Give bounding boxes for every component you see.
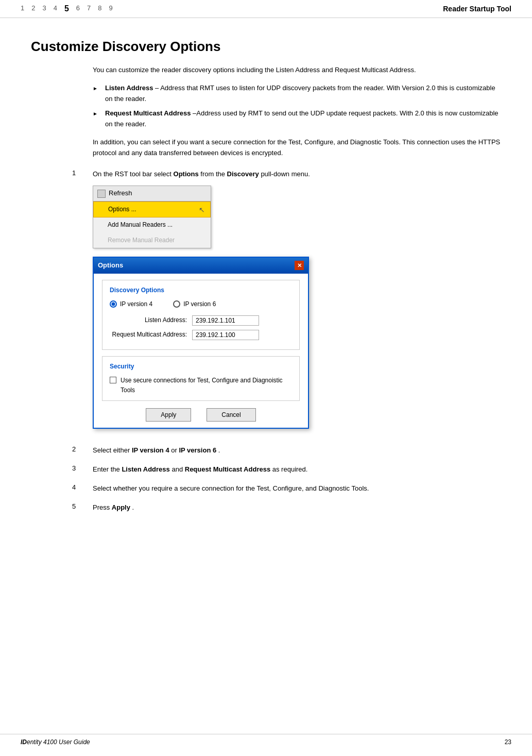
bullet-text-1: Listen Address – Address that RMT uses t… [105,83,501,105]
bullet-arrow-1: ► [93,85,100,105]
request-multicast-input[interactable] [192,330,259,340]
step-3: 3 Enter the Listen Address and Request M… [72,464,501,475]
security-section-label: Security [110,362,292,372]
page-6[interactable]: 6 [76,4,80,13]
secure-connection-checkbox-row: Use secure connections for Test, Configu… [110,376,292,395]
step-3-bold1: Listen Address [122,465,169,473]
cursor-icon: ↖ [199,204,205,215]
ip-v6-radio[interactable]: IP version 6 [173,299,216,309]
step-3-bold2: Request Multicast Address [185,465,270,473]
intro-text: You can customize the reader discovery o… [93,65,501,76]
page-2[interactable]: 2 [31,4,35,13]
step-1-bold2: Discovery [227,170,259,178]
add-manual-label: Add Manual Readers ... [108,221,173,228]
request-multicast-row: Request Multicast Address: [110,330,292,340]
options-dialog: Options ✕ Discovery Options IP version 4 [93,257,309,429]
discovery-options-section: Discovery Options IP version 4 IP versio… [102,280,300,350]
step-2-text: Select either [93,446,132,454]
page-8[interactable]: 8 [98,4,101,13]
page-4[interactable]: 4 [54,4,57,13]
step-content-5: Press Apply . [93,502,501,513]
step-3-mid: and [171,465,184,473]
request-multicast-label: Request Multicast Address: [110,330,192,340]
dialog-title: Options [98,260,123,271]
step-num-1: 1 [72,169,93,438]
bullet-text-2: Request Multicast Address –Address used … [105,108,501,130]
page-number: 23 [505,738,511,746]
identity-italic: IDentity 4100 User Guide [21,738,90,746]
page-3[interactable]: 3 [42,4,46,13]
step-2-mid: or [171,446,179,454]
security-section: Security Use secure connections for Test… [102,356,300,401]
page-7[interactable]: 7 [87,4,91,13]
step-4: 4 Select whether you require a secure co… [72,483,501,494]
bullet-label-1: Listen Address [105,84,153,92]
step-content-3: Enter the Listen Address and Request Mul… [93,464,501,475]
chapter-title: Reader Startup Tool [443,5,511,13]
options-label: Options ... [108,206,136,213]
step-1-mid: from the [200,170,227,178]
page-1[interactable]: 1 [21,4,24,13]
step-2: 2 Select either IP version 4 or IP versi… [72,445,501,456]
step-5-end: . [132,503,134,511]
step-2-end: . [218,446,220,454]
listen-address-label: Listen Address: [110,315,192,325]
step-content-1: On the RST tool bar select Options from … [93,169,501,438]
step-5-text: Press [93,503,112,511]
ip-version-radios: IP version 4 IP version 6 [110,299,292,309]
radio-v6-label: IP version 6 [183,299,216,309]
dialog-buttons: Apply Cancel [102,408,300,422]
dropdown-screenshot: Refresh Options ... ↖ Add Manual Readers… [93,186,501,429]
dropdown-header-row: Refresh [93,186,211,201]
bullet-desc-1: – Address that RMT uses to listen for UD… [105,84,495,103]
refresh-label: Refresh [109,188,132,199]
step-1-bold1: Options [174,170,199,178]
step-num-3: 3 [72,464,93,475]
bullet-arrow-2: ► [93,110,100,130]
listen-address-row: Listen Address: [110,315,292,326]
secure-connection-checkbox[interactable] [110,377,116,383]
page-heading: Customize Discovery Options [31,39,501,55]
main-content: Customize Discovery Options You can cust… [0,18,532,542]
dialog-close-button[interactable]: ✕ [295,261,304,270]
ip-v4-radio[interactable]: IP version 4 [110,299,152,309]
refresh-icon [97,190,106,198]
add-manual-readers-item[interactable]: Add Manual Readers ... [93,217,211,232]
cancel-button[interactable]: Cancel [207,408,255,422]
step-2-bold1: IP version 4 [132,446,169,454]
step-content-4: Select whether you require a secure conn… [93,483,501,494]
remove-manual-label: Remove Manual Reader [108,237,175,244]
step-3-end: as required. [272,465,308,473]
step-3-text: Enter the [93,465,122,473]
footer-product-name: IDentity 4100 User Guide [21,738,90,746]
step-num-2: 2 [72,445,93,456]
step-1-end: pull-down menu. [261,170,310,178]
bullet-item-2: ► Request Multicast Address –Address use… [93,108,501,130]
step-num-5: 5 [72,502,93,513]
apply-button[interactable]: Apply [146,408,191,422]
page-5[interactable]: 5 [64,4,69,13]
step-num-4: 4 [72,483,93,494]
options-menu-item[interactable]: Options ... ↖ [93,201,211,217]
step-1: 1 On the RST tool bar select Options fro… [72,169,501,438]
discovery-section-label: Discovery Options [110,285,292,295]
dropdown-menu: Refresh Options ... ↖ Add Manual Readers… [93,186,211,248]
dialog-body: Discovery Options IP version 4 IP versio… [94,274,308,428]
page-footer: IDentity 4100 User Guide 23 [0,734,532,746]
remove-manual-reader-item: Remove Manual Reader [93,233,211,248]
step-2-bold2: IP version 6 [179,446,216,454]
bullet-list: ► Listen Address – Address that RMT uses… [93,83,501,130]
page-9[interactable]: 9 [109,4,113,13]
radio-v4-label: IP version 4 [120,299,152,309]
dialog-titlebar: Options ✕ [94,258,308,274]
step-5: 5 Press Apply . [72,502,501,513]
radio-v6-circle [173,300,180,308]
secure-connection-label: Use secure connections for Test, Configu… [121,376,292,395]
step-content-2: Select either IP version 4 or IP version… [93,445,501,456]
bullet-label-2: Request Multicast Address [105,109,191,117]
bullet-item-1: ► Listen Address – Address that RMT uses… [93,83,501,105]
listen-address-input[interactable] [192,315,259,326]
top-nav: 1 2 3 4 5 6 7 8 9 Reader Startup Tool [0,0,532,18]
addition-para: In addition, you can select if you want … [93,137,501,159]
step-5-bold1: Apply [112,503,130,511]
